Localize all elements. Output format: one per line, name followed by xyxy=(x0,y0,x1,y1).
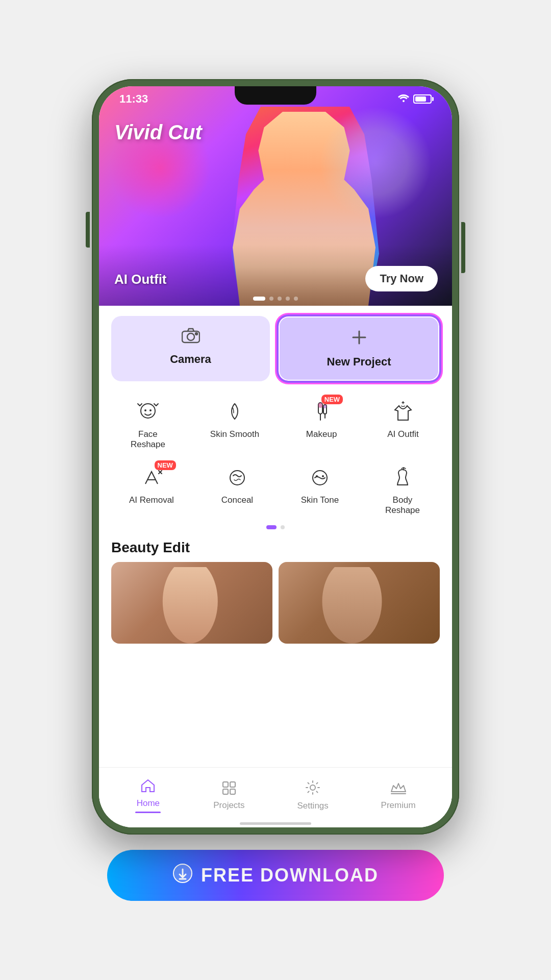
new-project-button[interactable]: New Project xyxy=(278,316,440,381)
premium-nav-label: Premium xyxy=(381,800,416,811)
feature-ai-outfit[interactable]: AI Outfit xyxy=(378,394,429,454)
app-content: Camera New Project xyxy=(99,306,452,827)
nav-projects[interactable]: Projects xyxy=(203,776,255,815)
svg-point-8 xyxy=(149,409,152,411)
download-label: FREE DOWNLOAD xyxy=(201,865,379,886)
feature-face-reshape[interactable]: FaceReshape xyxy=(122,394,173,454)
settings-icon xyxy=(305,780,320,799)
feature-ai-removal[interactable]: NEW AI Removal xyxy=(123,459,180,520)
page-dot-2 xyxy=(281,525,285,529)
svg-point-2 xyxy=(187,333,194,340)
battery-icon xyxy=(413,94,432,104)
svg-point-3 xyxy=(195,333,197,335)
body-reshape-label: BodyReshape xyxy=(385,495,420,516)
face-reshape-icon xyxy=(134,398,162,426)
feature-skin-smooth[interactable]: Skin Smooth xyxy=(204,394,265,454)
home-icon xyxy=(140,778,156,796)
beauty-card-1[interactable] xyxy=(111,562,272,644)
bottom-navigation: Home Projects xyxy=(99,767,452,823)
ai-outfit-label: AI Outfit xyxy=(387,429,418,439)
hero-dot-2 xyxy=(269,297,273,301)
hero-dot-1 xyxy=(253,297,265,301)
home-indicator xyxy=(99,823,452,827)
ai-removal-label: AI Removal xyxy=(129,495,174,505)
beauty-cards-grid xyxy=(99,562,452,644)
svg-rect-23 xyxy=(223,789,228,794)
skin-tone-icon xyxy=(306,463,334,492)
beauty-card-2-image xyxy=(279,562,440,644)
hero-dot-5 xyxy=(294,297,298,301)
hero-feature-label: AI Outfit xyxy=(114,272,167,287)
plus-icon xyxy=(350,329,368,350)
phone-screen: 11:33 xyxy=(99,86,452,827)
nav-home[interactable]: Home xyxy=(125,774,171,817)
ai-outfit-icon xyxy=(389,398,417,426)
hero-app-title: Vivid Cut xyxy=(114,121,202,144)
camera-label: Camera xyxy=(170,353,211,366)
feature-makeup[interactable]: NEW Makeup xyxy=(296,394,347,454)
camera-button[interactable]: Camera xyxy=(111,316,270,381)
svg-point-0 xyxy=(403,100,405,102)
hero-dot-4 xyxy=(286,297,290,301)
svg-point-17 xyxy=(230,471,244,485)
body-reshape-icon xyxy=(388,463,417,492)
svg-rect-22 xyxy=(230,782,235,787)
svg-rect-24 xyxy=(230,789,235,794)
download-icon xyxy=(172,863,193,888)
settings-nav-label: Settings xyxy=(297,801,328,811)
feature-skin-tone[interactable]: Skin Tone xyxy=(294,459,345,520)
hero-pagination-dots xyxy=(253,297,298,301)
projects-nav-label: Projects xyxy=(213,800,244,811)
premium-icon xyxy=(390,781,407,798)
download-section: FREE DOWNLOAD xyxy=(92,850,459,901)
phone-shell: 11:33 xyxy=(92,79,459,835)
conceal-label: Conceal xyxy=(221,495,253,505)
face-reshape-label: FaceReshape xyxy=(131,429,165,450)
feature-row-1: FaceReshape Skin Smooth xyxy=(107,394,444,454)
svg-point-25 xyxy=(310,785,315,790)
svg-point-7 xyxy=(144,409,146,411)
feature-grid: FaceReshape Skin Smooth xyxy=(99,389,452,535)
skin-smooth-icon xyxy=(220,398,249,426)
conceal-icon xyxy=(223,463,252,492)
svg-point-20 xyxy=(322,475,324,477)
feature-page-dots xyxy=(107,525,444,529)
skin-tone-label: Skin Tone xyxy=(301,495,339,505)
home-nav-label: Home xyxy=(137,798,160,808)
quick-actions-row: Camera New Project xyxy=(99,306,452,389)
nav-settings[interactable]: Settings xyxy=(287,776,338,815)
camera-icon xyxy=(182,327,200,348)
svg-rect-10 xyxy=(318,403,322,408)
nav-premium[interactable]: Premium xyxy=(371,777,426,815)
status-time: 11:33 xyxy=(119,92,148,106)
beauty-edit-title: Beauty Edit xyxy=(99,535,452,562)
notch xyxy=(235,86,316,105)
beauty-card-2[interactable] xyxy=(279,562,440,644)
svg-rect-21 xyxy=(223,782,228,787)
svg-point-6 xyxy=(141,404,155,418)
hero-banner: Vivid Cut AI Outfit Try Now xyxy=(99,86,452,306)
hero-cta-button[interactable]: Try Now xyxy=(365,266,438,291)
wifi-icon xyxy=(398,94,409,105)
svg-rect-12 xyxy=(323,405,327,408)
feature-body-reshape[interactable]: BodyReshape xyxy=(377,459,428,520)
projects-icon xyxy=(221,780,237,798)
ai-removal-new-badge: NEW xyxy=(155,460,176,470)
beauty-edit-section: Beauty Edit xyxy=(99,535,452,644)
free-download-button[interactable]: FREE DOWNLOAD xyxy=(107,850,444,901)
hero-dot-3 xyxy=(278,297,282,301)
home-active-indicator xyxy=(135,812,161,813)
status-icons xyxy=(398,94,432,105)
makeup-new-badge: NEW xyxy=(321,395,343,404)
skin-smooth-label: Skin Smooth xyxy=(210,429,259,439)
new-project-label: New Project xyxy=(327,355,391,369)
makeup-label: Makeup xyxy=(306,429,337,439)
home-indicator-bar xyxy=(240,822,311,825)
svg-point-19 xyxy=(316,475,318,477)
feature-conceal[interactable]: Conceal xyxy=(212,459,263,520)
beauty-card-1-image xyxy=(111,562,272,644)
feature-row-2: NEW AI Removal Conceal xyxy=(107,459,444,520)
page-dot-1 xyxy=(266,525,277,529)
